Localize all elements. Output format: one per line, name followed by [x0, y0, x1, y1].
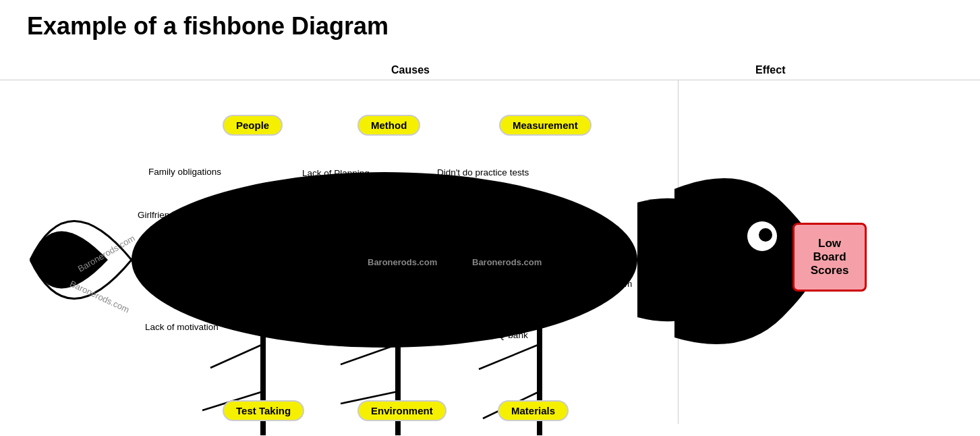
category-pill-test-taking: Test Taking	[223, 400, 304, 421]
category-pill-environment: Environment	[357, 400, 446, 421]
svg-line-22	[479, 344, 540, 369]
cause-failure-schedule: Failure to make a schedule	[297, 209, 406, 221]
cause-no-practice: Didn't do practice tests	[437, 167, 529, 179]
cause-studied-close: Studied too close to my bed! zzzzz	[295, 315, 436, 327]
cause-lack-motivation: Lack of motivation	[145, 321, 219, 333]
cause-family-obligations: Family obligations	[148, 166, 221, 178]
cause-lack-planning: Lack of Planning	[302, 167, 370, 180]
cause-no-qbank2: Didn't finish all Q-bank	[437, 329, 528, 342]
effect-box: LowBoardScores	[792, 223, 867, 292]
svg-line-14	[210, 344, 263, 368]
svg-point-2	[759, 228, 772, 242]
watermark-4: Baronerods.com	[472, 257, 542, 267]
cause-facebook: Facebook distractions	[295, 277, 384, 289]
category-pill-people: People	[223, 115, 283, 136]
cause-girlfriend-drama: Girlfriend/boyfriend dating drama	[138, 209, 270, 221]
cause-exam-anxiety: Exam anxiety	[154, 277, 208, 289]
causes-label: Causes	[391, 64, 430, 76]
category-pill-measurement: Measurement	[499, 115, 592, 136]
divider-line	[0, 80, 980, 80]
cause-too-many-sources: Used too many sources & mastered none of…	[432, 278, 632, 290]
category-pill-materials: Materials	[498, 400, 569, 421]
effect-label: Effect	[755, 64, 785, 76]
watermark-3: Baronerods.com	[368, 257, 437, 267]
page-title: Example of a fishbone Diagram	[0, 0, 980, 40]
cause-no-qbank1: Didn't finish all Q-bank	[437, 228, 528, 240]
category-pill-method: Method	[357, 115, 420, 136]
